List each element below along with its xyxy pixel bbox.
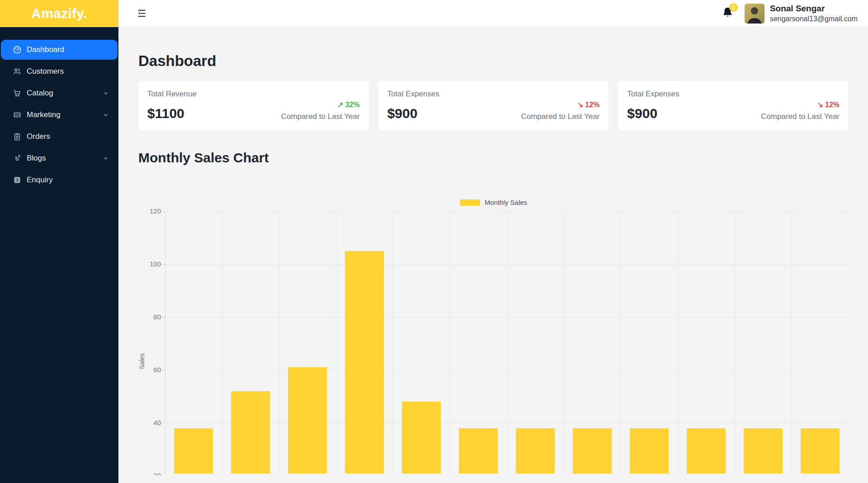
svg-text:?: ? [16,178,19,183]
user-email: sengarsonal13@gmail.com [770,15,858,23]
stat-card: Total Revenue$1100↗32%Compared to Last Y… [138,81,369,131]
section-title: Monthly Sales Chart [138,150,849,166]
gridline-vertical [564,211,564,474]
bar-monthly-sales [630,428,669,474]
trend-up-arrow-icon: ↗ [337,100,343,109]
stat-card-right: ↗32%Compared to Last Year [281,90,360,121]
stat-cards-row: Total Revenue$1100↗32%Compared to Last Y… [138,81,849,131]
bar-monthly-sales [231,391,270,474]
gridline-vertical [450,211,450,474]
sidebar-item-orders[interactable]: Orders [1,127,118,147]
bar-monthly-sales [687,428,726,474]
bar-monthly-sales [801,428,840,474]
gridline-vertical [336,211,336,474]
notifications-button[interactable]: 3 [722,6,734,20]
stat-card-right: ↘12%Compared to Last Year [761,90,840,121]
sidebar-item-label: Enquiry [27,175,109,185]
sidebar-item-label: Marketing [27,110,102,119]
customers-icon [13,67,22,76]
bar-monthly-sales [345,251,384,474]
bar-monthly-sales [402,402,441,474]
gridline-vertical [222,211,222,474]
topbar: 3 Sonal Sengar sengarsonal13@gmail.com [118,0,868,27]
y-tick-label: 60 [138,365,161,374]
sidebar-item-enquiry[interactable]: ?Enquiry [1,170,118,190]
gridline-vertical [678,211,678,474]
bar-monthly-sales [459,428,498,474]
sidebar-item-label: Customers [27,67,109,76]
stat-card-right: ↘12%Compared to Last Year [521,90,599,121]
main-column: 3 Sonal Sengar sengarsonal13@gmail.com D… [118,0,868,483]
avatar-photo-placeholder [745,4,764,24]
chevron-down-icon [102,155,109,162]
y-tick-mark [162,317,165,317]
y-tick-mark [162,370,165,370]
gridline-vertical [621,211,621,474]
y-tick-label: 100 [138,260,161,269]
stat-card-delta-value: 12% [825,101,840,109]
user-name: Sonal Sengar [770,4,858,14]
stat-card-compare: Compared to Last Year [281,112,360,121]
chevron-down-icon [102,111,109,118]
catalog-cart-icon [13,89,22,98]
page-title: Dashboard [138,52,849,70]
stat-card-value: $1100 [147,106,197,121]
enquiry-icon: ? [13,175,22,185]
y-tick-label: 20 [138,471,161,475]
stat-card-label: Total Expenses [627,90,679,99]
sidebar-item-marketing[interactable]: Marketing [1,105,118,125]
y-tick-label: 40 [138,418,161,427]
stat-card-compare: Compared to Last Year [761,112,840,121]
monthly-sales-chart: Monthly Sales Sales 20406080100120 [138,173,849,475]
stat-card-delta: ↗32% [337,100,359,109]
y-tick-mark [162,264,165,265]
app-root: Amazify. DashboardCustomersCatalogMarket… [0,0,868,483]
y-tick-label: 120 [138,207,161,216]
gridline-vertical [735,211,735,474]
brand-logo: Amazify. [0,0,118,27]
stat-card-label: Total Revenue [147,90,197,99]
dashboard-gauge-icon [13,45,22,54]
avatar[interactable] [745,4,764,24]
sidebar-item-blogs[interactable]: Blogs [1,148,118,168]
sidebar-item-label: Orders [27,132,109,141]
menu-fold-icon[interactable] [136,8,147,19]
y-axis-line [165,211,165,474]
gridline-vertical [507,211,507,474]
stat-card-value: $900 [627,106,679,121]
sidebar-item-catalog[interactable]: Catalog [1,83,118,103]
stat-card-left: Total Expenses$900 [627,90,679,121]
sidebar-nav: DashboardCustomersCatalogMarketingOrders… [0,27,118,192]
stat-card-left: Total Expenses$900 [387,90,439,121]
orders-clipboard-icon [13,132,22,141]
stat-card-left: Total Revenue$1100 [147,90,197,121]
trend-down-arrow-icon: ↘ [817,100,823,109]
stat-card: Total Expenses$900↘12%Compared to Last Y… [378,81,609,131]
stat-card-label: Total Expenses [387,90,439,99]
y-tick-label: 80 [138,313,161,322]
sidebar-item-customers[interactable]: Customers [1,62,118,81]
chart-plot-area [165,211,849,474]
legend-label: Monthly Sales [485,199,527,206]
y-tick-mark [162,211,165,212]
chart-legend-item[interactable]: Monthly Sales [138,199,849,206]
stat-card-delta: ↘12% [577,100,599,109]
stat-card-delta-value: 32% [345,101,360,109]
stat-card-compare: Compared to Last Year [521,112,599,121]
bar-monthly-sales [573,428,612,474]
sidebar-item-label: Catalog [27,89,102,98]
bar-monthly-sales [288,367,327,474]
sidebar-item-dashboard[interactable]: Dashboard [1,40,118,60]
gridline-vertical [393,211,393,474]
legend-swatch [460,199,480,206]
blogs-icon [13,154,22,163]
bar-monthly-sales [744,428,783,474]
chevron-down-icon [102,90,109,97]
marketing-ticket-icon [13,110,22,119]
user-info: Sonal Sengar sengarsonal13@gmail.com [770,4,858,23]
gridline-vertical [792,211,792,474]
stat-card: Total Expenses$900↘12%Compared to Last Y… [618,81,849,131]
y-tick-mark [162,423,165,423]
bar-monthly-sales [516,428,555,474]
stat-card-delta: ↘12% [817,100,840,109]
